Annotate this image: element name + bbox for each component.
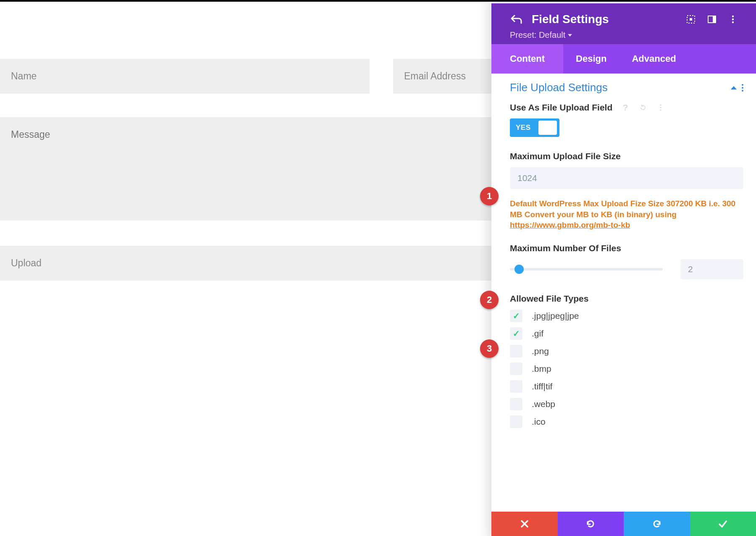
file-type-label: .webp [532, 399, 555, 409]
editor-canvas: 1 2 3 Field Settings [0, 2, 756, 536]
cancel-button[interactable] [491, 512, 558, 536]
use-as-upload-label: Use As File Upload Field [510, 102, 612, 113]
collapse-icon[interactable] [731, 86, 737, 89]
file-type-label: .bmp [532, 364, 551, 374]
svg-point-6 [732, 21, 734, 23]
file-type-checkbox[interactable] [510, 310, 522, 322]
file-type-checkbox[interactable] [510, 345, 522, 357]
svg-point-7 [660, 104, 662, 105]
tab-advanced[interactable]: Advanced [619, 44, 688, 74]
redo-button[interactable] [624, 512, 690, 536]
max-size-help: Default WordPress Max Upload Fize Size 3… [510, 198, 743, 231]
tab-content[interactable]: Content [491, 44, 563, 74]
toggle-yes-label: YES [510, 123, 537, 132]
max-files-slider[interactable] [510, 265, 663, 273]
slider-thumb[interactable] [514, 265, 524, 274]
file-type-row: .png [510, 345, 743, 357]
section-menu-icon[interactable] [742, 84, 743, 92]
panel-header: Field Settings Preset: Default [491, 3, 756, 44]
upload-input[interactable] [0, 246, 494, 281]
dock-icon[interactable] [707, 15, 717, 24]
max-files-label: Maximum Number Of Files [510, 243, 621, 253]
file-type-checkbox[interactable] [510, 415, 522, 428]
reset-icon[interactable] [639, 104, 647, 111]
svg-point-8 [660, 107, 662, 108]
max-size-input[interactable] [510, 167, 743, 189]
preset-dropdown[interactable]: Preset: Default [510, 30, 738, 40]
help-link[interactable]: https://www.gbmb.org/mb-to-kb [510, 221, 630, 229]
file-type-row: .jpg|jpeg|jpe [510, 310, 743, 322]
file-type-checkbox[interactable] [510, 398, 522, 410]
menu-dots-icon[interactable] [728, 15, 738, 24]
back-icon[interactable] [510, 13, 522, 26]
file-type-row: .tiff|tif [510, 380, 743, 393]
more-icon[interactable] [657, 104, 664, 111]
use-as-upload-toggle[interactable]: YES [510, 118, 559, 137]
panel-title: Field Settings [532, 13, 609, 26]
file-type-row: .bmp [510, 363, 743, 375]
confirm-button[interactable] [690, 512, 756, 536]
allowed-types-label: Allowed File Types [510, 294, 588, 304]
undo-button[interactable] [558, 512, 624, 536]
file-type-row: .ico [510, 415, 743, 428]
help-icon[interactable]: ? [622, 104, 629, 111]
annotation-badge-2: 2 [480, 291, 499, 309]
section-title[interactable]: File Upload Settings [510, 81, 608, 94]
caret-down-icon [568, 34, 572, 37]
preset-label: Preset: Default [510, 30, 565, 40]
annotation-badge-1: 1 [480, 187, 499, 205]
tab-design[interactable]: Design [563, 44, 619, 74]
panel-body: File Upload Settings Use As File Upload … [491, 74, 756, 512]
name-input[interactable] [0, 59, 370, 94]
file-type-checkbox[interactable] [510, 327, 522, 340]
annotation-badge-3: 3 [480, 339, 499, 358]
max-size-label: Maximum Upload File Size [510, 151, 621, 161]
file-type-checkbox[interactable] [510, 363, 522, 375]
help-text-prefix: Default WordPress Max Upload Fize Size 3… [510, 199, 735, 219]
svg-rect-3 [713, 16, 716, 23]
expand-icon[interactable] [686, 15, 696, 24]
settings-panel: Field Settings Preset: Default [491, 3, 756, 536]
svg-rect-1 [690, 18, 692, 21]
svg-point-9 [660, 109, 662, 110]
email-input[interactable] [393, 59, 494, 94]
toggle-knob [538, 121, 557, 135]
message-textarea[interactable] [0, 117, 494, 221]
settings-tabs: Content Design Advanced [491, 44, 756, 74]
file-type-label: .ico [532, 417, 546, 427]
panel-footer [491, 512, 756, 536]
file-type-checkbox[interactable] [510, 380, 522, 393]
svg-point-5 [732, 18, 734, 20]
file-types-list: .jpg|jpeg|jpe.gif.png.bmp.tiff|tif.webp.… [510, 310, 743, 428]
max-files-value-input[interactable] [680, 259, 743, 279]
contact-form-preview [0, 2, 494, 281]
file-type-label: .gif [532, 328, 543, 339]
file-type-label: .png [532, 346, 549, 356]
file-type-row: .gif [510, 327, 743, 340]
file-type-label: .tiff|tif [532, 381, 552, 391]
file-type-label: .jpg|jpeg|jpe [532, 311, 579, 321]
file-type-row: .webp [510, 398, 743, 410]
svg-point-4 [732, 16, 734, 17]
